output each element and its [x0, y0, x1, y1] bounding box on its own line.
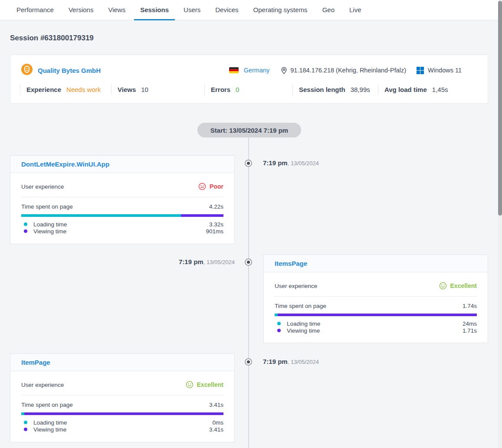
- time-spent-value: 4.22s: [209, 203, 223, 210]
- tab-geo[interactable]: Geo: [322, 0, 335, 20]
- stat-label: Views: [118, 86, 136, 93]
- viewing-time-label: Viewing time: [33, 426, 66, 433]
- loading-time-label: Loading time: [33, 419, 67, 426]
- top-navigation: Performance Versions Views Sessions User…: [0, 0, 502, 20]
- viewing-time-value: 901ms: [206, 228, 223, 235]
- session-user-link[interactable]: Quality Bytes GmbH: [21, 64, 101, 77]
- timeline-marker-icon: [245, 160, 252, 167]
- event-date: , 13/05/2024: [203, 259, 235, 265]
- tab-operating-systems[interactable]: Operating systems: [253, 0, 308, 20]
- time-split-bar: [21, 412, 223, 415]
- divider: [21, 197, 223, 197]
- session-info-card: Quality Bytes GmbH Germany 91.184.176.21…: [10, 55, 488, 104]
- loading-bar-segment: [21, 214, 181, 217]
- tab-live[interactable]: Live: [349, 0, 361, 20]
- tab-views[interactable]: Views: [108, 0, 125, 20]
- event-timestamp: 7:19 pm, 13/05/2024: [263, 159, 319, 167]
- timeline-start-pill: Start: 13/05/2024 7:19 pm: [197, 123, 301, 137]
- stat-label: Session length: [299, 86, 345, 93]
- tab-users[interactable]: Users: [184, 0, 200, 20]
- experience-badge: Poor: [198, 183, 223, 190]
- viewing-bar-segment: [24, 412, 223, 415]
- stat-experience: Experience Needs work: [20, 84, 111, 95]
- session-stats-row: Experience Needs work Views 10 Errors 0 …: [20, 84, 488, 95]
- stat-value: 38,99s: [351, 86, 370, 93]
- scrollbar-thumb[interactable]: [498, 1, 502, 216]
- divider: [275, 296, 477, 297]
- smiley-face-icon: [439, 282, 447, 290]
- stat-session-length: Session length 38,99s: [292, 84, 378, 95]
- germany-flag-icon: [229, 67, 239, 73]
- view-title-link[interactable]: ItemPage: [21, 359, 50, 366]
- event-timestamp: 7:19 pm, 13/05/2024: [179, 258, 235, 266]
- stat-label: Experience: [26, 86, 61, 93]
- time-split-bar: [21, 214, 223, 217]
- stat-value: 0: [236, 86, 239, 93]
- loading-bar-segment: [275, 314, 278, 316]
- viewing-time-value: 3.41s: [209, 426, 223, 433]
- experience-text: Poor: [210, 183, 223, 190]
- viewing-dot-icon: [24, 428, 27, 431]
- time-spent-value: 3.41s: [209, 402, 223, 408]
- loading-dot-icon: [24, 421, 27, 424]
- event-date: , 13/05/2024: [288, 160, 319, 167]
- viewing-bar-segment: [278, 314, 477, 316]
- view-title-link[interactable]: ItemsPage: [275, 260, 307, 267]
- tab-performance[interactable]: Performance: [16, 0, 54, 20]
- user-name[interactable]: Quality Bytes GmbH: [38, 67, 101, 74]
- stat-label: Errors: [211, 86, 230, 93]
- view-card: DontLetMeExpire.WinUI.App User experienc…: [10, 155, 235, 244]
- view-card-header: DontLetMeExpire.WinUI.App: [10, 156, 234, 173]
- viewing-time-label: Viewing time: [287, 327, 320, 334]
- stat-value: 10: [141, 86, 148, 93]
- loading-dot-icon: [277, 322, 281, 325]
- time-spent-label: Time spent on page: [275, 303, 326, 309]
- loading-time-value: 3.32s: [209, 221, 223, 228]
- view-card-header: ItemsPage: [264, 255, 488, 272]
- time-split-bar: [275, 314, 477, 316]
- location-pin-icon: [280, 66, 288, 75]
- stat-views: Views 10: [111, 84, 204, 95]
- stat-label: Avg load time: [384, 86, 427, 93]
- view-card: ItemPage User experience Excellent Time …: [10, 353, 235, 442]
- view-title-link[interactable]: DontLetMeExpire.WinUI.App: [21, 160, 109, 168]
- timeline-marker-icon: [245, 358, 252, 366]
- timeline-line: [248, 130, 249, 448]
- tab-sessions[interactable]: Sessions: [140, 0, 169, 20]
- stat-value: Needs work: [66, 86, 101, 93]
- tab-versions[interactable]: Versions: [69, 0, 94, 20]
- user-experience-label: User experience: [275, 283, 317, 289]
- viewing-dot-icon: [277, 329, 281, 332]
- stat-value: 1,45s: [432, 86, 448, 93]
- event-time: 7:19 pm: [263, 159, 288, 167]
- view-card-header: ItemPage: [10, 354, 234, 371]
- avatar-icon: [21, 64, 33, 77]
- event-timestamp: 7:19 pm, 13/05/2024: [263, 358, 319, 366]
- event-time: 7:19 pm: [179, 258, 203, 265]
- windows-logo-icon: [417, 67, 424, 74]
- time-spent-label: Time spent on page: [21, 203, 73, 210]
- event-time: 7:19 pm: [263, 358, 288, 365]
- time-spent-value: 1.74s: [463, 303, 477, 309]
- viewing-time-label: Viewing time: [33, 228, 66, 235]
- loading-time-label: Loading time: [287, 320, 320, 327]
- viewing-time-value: 1.71s: [463, 327, 477, 334]
- os-name: Windows 11: [428, 67, 462, 74]
- experience-text: Excellent: [197, 381, 223, 388]
- timeline-marker-icon: [245, 258, 252, 266]
- sad-face-icon: [198, 183, 206, 190]
- stat-errors: Errors 0: [204, 84, 292, 95]
- experience-text: Excellent: [450, 282, 477, 289]
- user-experience-label: User experience: [21, 183, 64, 190]
- tab-devices[interactable]: Devices: [215, 0, 238, 20]
- ip-location: 91.184.176.218 (Kehrig, Rheinland-Pfalz): [290, 67, 406, 74]
- experience-badge: Excellent: [439, 282, 477, 290]
- experience-badge: Excellent: [186, 381, 223, 389]
- event-date: , 13/05/2024: [288, 359, 319, 365]
- viewing-dot-icon: [24, 229, 27, 233]
- country-link[interactable]: Germany: [244, 67, 270, 74]
- stat-avg-load-time: Avg load time 1,45s: [378, 84, 448, 95]
- page-title: Session #631800179319: [10, 34, 94, 43]
- scrollbar-track[interactable]: [498, 0, 502, 448]
- loading-time-label: Loading time: [33, 221, 67, 228]
